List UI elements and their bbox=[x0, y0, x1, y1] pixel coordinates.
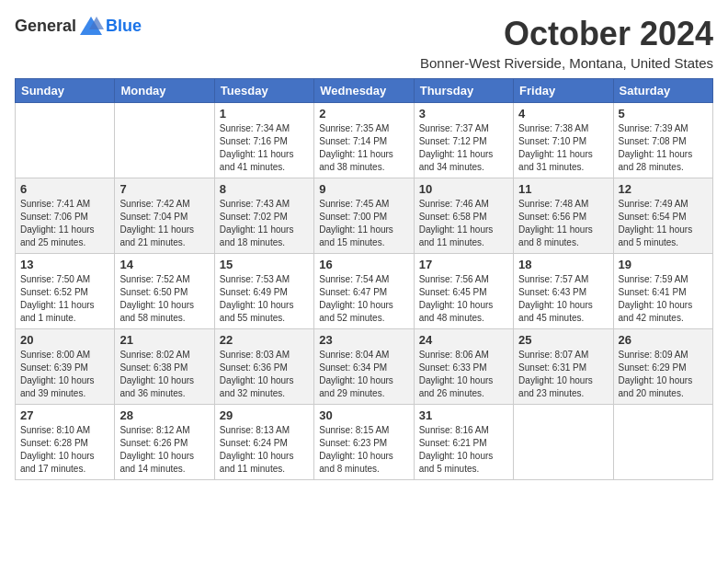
day-info: Sunrise: 8:07 AM Sunset: 6:31 PM Dayligh… bbox=[518, 349, 608, 400]
day-number: 8 bbox=[220, 182, 309, 196]
day-number: 15 bbox=[220, 258, 309, 271]
day-info: Sunrise: 7:42 AM Sunset: 7:04 PM Dayligh… bbox=[119, 198, 209, 249]
calendar-cell: 23Sunrise: 8:04 AM Sunset: 6:34 PM Dayli… bbox=[314, 329, 414, 405]
calendar-cell: 4Sunrise: 7:38 AM Sunset: 7:10 PM Daylig… bbox=[514, 103, 613, 178]
day-number: 9 bbox=[319, 182, 408, 196]
day-number: 14 bbox=[119, 258, 209, 271]
header-saturday: Saturday bbox=[613, 79, 712, 103]
header-sunday: Sunday bbox=[16, 79, 115, 103]
calendar-cell: 21Sunrise: 8:02 AM Sunset: 6:38 PM Dayli… bbox=[115, 329, 214, 405]
day-info: Sunrise: 7:56 AM Sunset: 6:45 PM Dayligh… bbox=[419, 273, 508, 325]
month-title: October 2024 bbox=[420, 15, 713, 53]
day-info: Sunrise: 8:02 AM Sunset: 6:38 PM Dayligh… bbox=[119, 349, 209, 400]
day-number: 25 bbox=[518, 333, 608, 347]
day-info: Sunrise: 8:12 AM Sunset: 6:26 PM Dayligh… bbox=[119, 424, 209, 476]
day-info: Sunrise: 7:59 AM Sunset: 6:41 PM Dayligh… bbox=[619, 273, 708, 325]
week-row-5: 27Sunrise: 8:10 AM Sunset: 6:28 PM Dayli… bbox=[16, 405, 713, 480]
calendar-cell: 24Sunrise: 8:06 AM Sunset: 6:33 PM Dayli… bbox=[414, 329, 513, 405]
day-info: Sunrise: 7:46 AM Sunset: 6:58 PM Dayligh… bbox=[419, 198, 508, 249]
header-friday: Friday bbox=[514, 79, 613, 103]
day-info: Sunrise: 8:09 AM Sunset: 6:29 PM Dayligh… bbox=[619, 349, 708, 400]
day-info: Sunrise: 7:39 AM Sunset: 7:08 PM Dayligh… bbox=[619, 122, 708, 174]
day-info: Sunrise: 7:35 AM Sunset: 7:14 PM Dayligh… bbox=[319, 122, 408, 174]
header-monday: Monday bbox=[115, 79, 214, 103]
day-number: 10 bbox=[419, 182, 508, 196]
day-number: 24 bbox=[419, 333, 508, 347]
day-number: 3 bbox=[419, 107, 508, 121]
calendar-cell: 19Sunrise: 7:59 AM Sunset: 6:41 PM Dayli… bbox=[613, 254, 712, 329]
day-number: 23 bbox=[319, 333, 408, 347]
day-number: 12 bbox=[619, 182, 708, 196]
calendar-cell: 16Sunrise: 7:54 AM Sunset: 6:47 PM Dayli… bbox=[314, 254, 414, 329]
logo-general-text: General bbox=[15, 17, 76, 36]
day-info: Sunrise: 8:04 AM Sunset: 6:34 PM Dayligh… bbox=[319, 349, 408, 400]
day-info: Sunrise: 7:45 AM Sunset: 7:00 PM Dayligh… bbox=[319, 198, 408, 249]
calendar-cell: 15Sunrise: 7:53 AM Sunset: 6:49 PM Dayli… bbox=[214, 254, 313, 329]
calendar-cell: 30Sunrise: 8:15 AM Sunset: 6:23 PM Dayli… bbox=[314, 405, 414, 480]
header-thursday: Thursday bbox=[414, 79, 513, 103]
day-number: 26 bbox=[619, 333, 708, 347]
day-info: Sunrise: 8:00 AM Sunset: 6:39 PM Dayligh… bbox=[20, 349, 109, 400]
logo-icon bbox=[78, 15, 104, 37]
calendar-cell: 17Sunrise: 7:56 AM Sunset: 6:45 PM Dayli… bbox=[414, 254, 513, 329]
day-info: Sunrise: 7:41 AM Sunset: 7:06 PM Dayligh… bbox=[20, 198, 109, 249]
day-info: Sunrise: 8:13 AM Sunset: 6:24 PM Dayligh… bbox=[220, 424, 309, 476]
calendar-cell: 28Sunrise: 8:12 AM Sunset: 6:26 PM Dayli… bbox=[115, 405, 214, 480]
day-info: Sunrise: 8:06 AM Sunset: 6:33 PM Dayligh… bbox=[419, 349, 508, 400]
header-tuesday: Tuesday bbox=[214, 79, 313, 103]
day-number: 6 bbox=[20, 182, 109, 196]
calendar-cell: 18Sunrise: 7:57 AM Sunset: 6:43 PM Dayli… bbox=[514, 254, 613, 329]
day-number: 11 bbox=[518, 182, 608, 196]
day-info: Sunrise: 7:48 AM Sunset: 6:56 PM Dayligh… bbox=[518, 198, 608, 249]
week-row-2: 6Sunrise: 7:41 AM Sunset: 7:06 PM Daylig… bbox=[16, 178, 713, 254]
logo: General Blue bbox=[15, 15, 142, 37]
day-number: 30 bbox=[319, 408, 408, 422]
day-number: 22 bbox=[220, 333, 309, 347]
calendar-cell: 31Sunrise: 8:16 AM Sunset: 6:21 PM Dayli… bbox=[414, 405, 513, 480]
day-number: 28 bbox=[119, 408, 209, 422]
calendar-cell: 1Sunrise: 7:34 AM Sunset: 7:16 PM Daylig… bbox=[214, 103, 313, 178]
day-number: 31 bbox=[419, 408, 508, 422]
day-number: 16 bbox=[319, 258, 408, 271]
day-number: 5 bbox=[619, 107, 708, 121]
week-row-3: 13Sunrise: 7:50 AM Sunset: 6:52 PM Dayli… bbox=[16, 254, 713, 329]
day-info: Sunrise: 7:34 AM Sunset: 7:16 PM Dayligh… bbox=[220, 122, 309, 174]
calendar-cell: 26Sunrise: 8:09 AM Sunset: 6:29 PM Dayli… bbox=[613, 329, 712, 405]
calendar-cell: 5Sunrise: 7:39 AM Sunset: 7:08 PM Daylig… bbox=[613, 103, 712, 178]
calendar-cell: 25Sunrise: 8:07 AM Sunset: 6:31 PM Dayli… bbox=[514, 329, 613, 405]
day-number: 19 bbox=[619, 258, 708, 271]
day-info: Sunrise: 7:50 AM Sunset: 6:52 PM Dayligh… bbox=[20, 273, 109, 325]
day-info: Sunrise: 7:57 AM Sunset: 6:43 PM Dayligh… bbox=[518, 273, 608, 325]
calendar-cell: 22Sunrise: 8:03 AM Sunset: 6:36 PM Dayli… bbox=[214, 329, 313, 405]
calendar-cell: 27Sunrise: 8:10 AM Sunset: 6:28 PM Dayli… bbox=[16, 405, 115, 480]
logo-blue-text: Blue bbox=[106, 17, 142, 36]
day-number: 29 bbox=[220, 408, 309, 422]
day-number: 27 bbox=[20, 408, 109, 422]
calendar-cell: 2Sunrise: 7:35 AM Sunset: 7:14 PM Daylig… bbox=[314, 103, 414, 178]
day-info: Sunrise: 7:54 AM Sunset: 6:47 PM Dayligh… bbox=[319, 273, 408, 325]
day-info: Sunrise: 7:43 AM Sunset: 7:02 PM Dayligh… bbox=[220, 198, 309, 249]
location-title: Bonner-West Riverside, Montana, United S… bbox=[420, 55, 713, 71]
header-wednesday: Wednesday bbox=[314, 79, 414, 103]
calendar-cell: 7Sunrise: 7:42 AM Sunset: 7:04 PM Daylig… bbox=[115, 178, 214, 254]
day-info: Sunrise: 7:53 AM Sunset: 6:49 PM Dayligh… bbox=[220, 273, 309, 325]
calendar-cell bbox=[613, 405, 712, 480]
calendar-cell bbox=[16, 103, 115, 178]
day-number: 1 bbox=[220, 107, 309, 121]
calendar-cell: 6Sunrise: 7:41 AM Sunset: 7:06 PM Daylig… bbox=[16, 178, 115, 254]
calendar-cell: 11Sunrise: 7:48 AM Sunset: 6:56 PM Dayli… bbox=[514, 178, 613, 254]
page-header: General Blue October 2024 Bonner-West Ri… bbox=[15, 15, 713, 71]
calendar-cell: 8Sunrise: 7:43 AM Sunset: 7:02 PM Daylig… bbox=[214, 178, 313, 254]
calendar-cell: 20Sunrise: 8:00 AM Sunset: 6:39 PM Dayli… bbox=[16, 329, 115, 405]
calendar-cell: 14Sunrise: 7:52 AM Sunset: 6:50 PM Dayli… bbox=[115, 254, 214, 329]
day-info: Sunrise: 8:16 AM Sunset: 6:21 PM Dayligh… bbox=[419, 424, 508, 476]
day-info: Sunrise: 7:37 AM Sunset: 7:12 PM Dayligh… bbox=[419, 122, 508, 174]
title-section: October 2024 Bonner-West Riverside, Mont… bbox=[420, 15, 713, 71]
day-number: 2 bbox=[319, 107, 408, 121]
calendar-cell: 13Sunrise: 7:50 AM Sunset: 6:52 PM Dayli… bbox=[16, 254, 115, 329]
calendar-cell: 3Sunrise: 7:37 AM Sunset: 7:12 PM Daylig… bbox=[414, 103, 513, 178]
day-info: Sunrise: 7:49 AM Sunset: 6:54 PM Dayligh… bbox=[619, 198, 708, 249]
calendar-cell bbox=[115, 103, 214, 178]
day-number: 17 bbox=[419, 258, 508, 271]
calendar-cell: 29Sunrise: 8:13 AM Sunset: 6:24 PM Dayli… bbox=[214, 405, 313, 480]
